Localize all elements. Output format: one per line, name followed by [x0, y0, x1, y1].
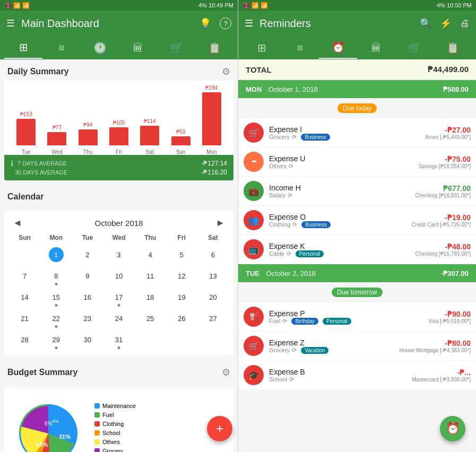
cal-day-13[interactable]: 13 — [198, 266, 228, 286]
left-header: ☰ Main Dashboard 💡 ? — [0, 11, 238, 36]
right-dashboard-icon: ⊞ — [257, 41, 266, 54]
bar-chart: ₱153 Tue ₱77 Wed ₱94 Thu ₱105 Fr — [8, 86, 229, 155]
budget-gear-icon[interactable]: ⚙ — [222, 367, 230, 378]
cal-day-21[interactable]: 21 — [10, 308, 40, 328]
cal-day-4[interactable]: 4 — [135, 245, 166, 265]
cal-day-31[interactable]: 31 — [103, 329, 134, 350]
cal-day-8[interactable]: 8 — [41, 266, 71, 286]
cal-day-15[interactable]: 15 — [41, 287, 71, 307]
right-tab-alarm[interactable]: ⏰ — [319, 37, 357, 59]
search-icon[interactable]: 🔍 — [420, 18, 431, 29]
expense-i-amount: -₱27.00 — [425, 126, 471, 134]
cal-day-19[interactable]: 19 — [167, 287, 197, 307]
expense-p-sub: Fuel⟳ Birthday Personal — [269, 318, 428, 325]
cal-day-25[interactable]: 25 — [135, 308, 166, 328]
legend-label-school: School — [102, 430, 120, 436]
expense-o-icon: 👥 — [244, 210, 264, 230]
left-header-right: 💡 ? — [200, 18, 231, 29]
cal-day-11[interactable]: 11 — [135, 266, 166, 286]
cal-day-2[interactable]: 2 — [72, 245, 102, 265]
cal-header-mon: Mon — [41, 232, 71, 244]
print-icon[interactable]: 🖨 — [460, 18, 470, 29]
help-icon[interactable]: ? — [220, 18, 231, 29]
expense-k-icon: 📺 — [244, 239, 264, 259]
dashboard-icon: ⊞ — [19, 41, 28, 54]
cal-day-17[interactable]: 17 — [103, 287, 134, 307]
right-tab-report[interactable]: 📋 — [434, 37, 472, 58]
expense-o-tag: Business — [301, 221, 331, 228]
left-tab-report[interactable]: 📋 — [195, 37, 233, 58]
expense-k[interactable]: 📺 Expense K Cable⟳ Personal -₱48.00 Chec… — [238, 235, 476, 264]
cal-day-10[interactable]: 10 — [103, 266, 134, 286]
left-tab-cart[interactable]: 🛒 — [157, 37, 195, 58]
income-h-amount: ₱677.00 — [416, 184, 471, 193]
expense-p[interactable]: ⛽ Expense P Fuel⟳ Birthday Personal -₱90… — [238, 302, 476, 332]
right-header-left: ☰ Reminders — [245, 18, 311, 30]
expense-k-details: Expense K Cable⟳ Personal — [269, 242, 416, 257]
right-tab-bank[interactable]: 🏛 — [357, 38, 395, 58]
legend-label-grocery: Grocery — [102, 448, 123, 453]
expense-z-details: Expense Z Grocery⟳ Vacation — [269, 338, 400, 354]
right-fab[interactable]: ⏰ — [440, 416, 465, 441]
prev-month-arrow[interactable]: ◄ — [13, 218, 22, 229]
budget-summary-header: Budget Summary ⚙ — [0, 360, 238, 381]
daily-summary-gear-icon[interactable]: ⚙ — [222, 66, 230, 77]
left-tab-dashboard[interactable]: ⊞ — [4, 37, 42, 59]
cal-day-26[interactable]: 26 — [167, 308, 197, 328]
cal-day-29[interactable]: 29 — [41, 329, 71, 350]
expense-u[interactable]: ••• Expense U Others⟳ -₱75.00 Savings [₱… — [238, 147, 476, 177]
cal-day-28[interactable]: 28 — [10, 329, 40, 350]
chart-footer: ℹ 7 DAYS AVERAGE -₱127.14 30 DAYS AVERAG… — [4, 155, 233, 180]
income-h[interactable]: 💼 Income H Salary⟳ ₱677.00 Checking [₱16… — [238, 177, 476, 206]
expense-u-name: Expense U — [269, 154, 419, 163]
filter-icon[interactable]: ⚡ — [440, 18, 452, 29]
menu-icon[interactable]: ☰ — [6, 18, 15, 29]
cal-day-1[interactable]: 1 — [41, 245, 71, 265]
group2-date: October 2, 2018 — [266, 270, 315, 277]
cal-day-20[interactable]: 20 — [198, 287, 228, 307]
expense-p-amount: -₱90.00 — [428, 310, 471, 318]
left-tab-list[interactable]: ≡ — [42, 38, 81, 58]
expense-o-account: Credit Card [-₱5,726.00*] — [411, 222, 471, 228]
cal-day-22[interactable]: 22 — [41, 308, 71, 328]
left-tab-bank[interactable]: 🏛 — [119, 38, 157, 58]
right-tab-cart[interactable]: 🛒 — [395, 37, 434, 58]
expense-o-details: Expense O Clothing⟳ Business — [269, 213, 411, 228]
expense-b-right: -₱... Mastercard [-₱3,938.00*] — [412, 368, 471, 383]
cal-day-9[interactable]: 9 — [72, 266, 102, 286]
expense-k-amount: -₱48.00 — [416, 242, 471, 251]
cal-day-12[interactable]: 12 — [167, 266, 197, 286]
cal-day-6[interactable]: 6 — [198, 245, 228, 265]
cal-day-18[interactable]: 18 — [135, 287, 166, 307]
cal-day-3[interactable]: 3 — [103, 245, 134, 265]
right-list-icon: ≡ — [297, 42, 303, 54]
cal-day-27[interactable]: 27 — [198, 308, 228, 328]
left-fab[interactable]: + — [207, 416, 232, 441]
cal-day-5[interactable]: 5 — [167, 245, 197, 265]
expense-p-name: Expense P — [269, 309, 428, 318]
legend-clothing: Clothing — [94, 421, 136, 427]
cal-day-16[interactable]: 16 — [72, 287, 102, 307]
legend-others: Others — [94, 439, 136, 445]
left-tab-clock[interactable]: 🕐 — [81, 37, 119, 58]
right-panel: 📵 📶 📶 4% 10:50 PM ☰ Reminders 🔍 ⚡ 🖨 ⊞ ≡ … — [238, 0, 476, 452]
cal-day-24[interactable]: 24 — [103, 308, 134, 328]
bulb-icon[interactable]: 💡 — [200, 18, 211, 29]
cal-day-23[interactable]: 23 — [72, 308, 102, 328]
date-group-oct2-header: TUE October 2, 2018 -₱307.00 — [238, 264, 476, 282]
due-tomorrow-badge: Due tomorrow — [332, 288, 382, 297]
expense-i[interactable]: 🛒 Expense I Grocery⟳ Business -₱27.00 Am… — [238, 118, 476, 147]
right-tab-list[interactable]: ≡ — [281, 38, 319, 58]
expense-z[interactable]: 🛒 Expense Z Grocery⟳ Vacation -₱80.00 Ho… — [238, 332, 476, 361]
calendar-section: ◄ October 2018 ► Sun Mon Tue Wed Thu Fri… — [4, 211, 233, 355]
cal-day-7[interactable]: 7 — [10, 266, 40, 286]
cal-day-14[interactable]: 14 — [10, 287, 40, 307]
expense-b[interactable]: 🎓 Expense B School⟳ -₱... Mastercard [-₱… — [238, 361, 476, 390]
cal-day-30[interactable]: 30 — [72, 329, 102, 350]
right-menu-icon[interactable]: ☰ — [245, 18, 253, 29]
right-tab-dashboard[interactable]: ⊞ — [243, 37, 281, 58]
expense-p-account: Visa [-₱5,519.00*] — [428, 318, 471, 324]
next-month-arrow[interactable]: ► — [215, 218, 225, 229]
expense-b-account: Mastercard [-₱3,938.00*] — [412, 377, 471, 383]
expense-o[interactable]: 👥 Expense O Clothing⟳ Business -₱19.00 C… — [238, 206, 476, 235]
